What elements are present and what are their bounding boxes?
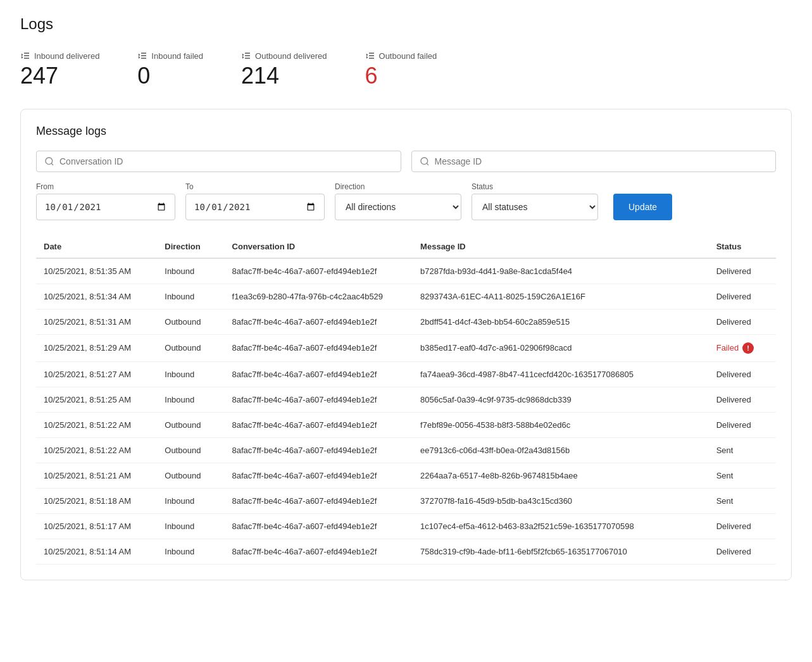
direction-cell: Outbound [157, 309, 224, 334]
to-filter-group: To [185, 182, 325, 220]
date-cell: 10/25/2021, 8:51:34 AM [36, 284, 157, 309]
status-label: Status [472, 182, 598, 191]
table-row[interactable]: 10/25/2021, 8:51:34 AM Inbound f1ea3c69-… [36, 284, 776, 309]
col-header-message: Message ID [413, 235, 709, 258]
stat-value: 247 [20, 63, 99, 89]
search-icon-2 [420, 156, 430, 166]
message-id-input[interactable] [435, 156, 768, 166]
search-row [36, 151, 776, 172]
conversation-id-cell: 8afac7ff-be4c-46a7-a607-efd494eb1e2f [225, 334, 413, 361]
stat-label: Inbound failed [137, 51, 203, 61]
status-cell: Sent [709, 437, 776, 463]
status-select[interactable]: All statusesDeliveredFailedSent [472, 194, 598, 220]
stat-icon [365, 51, 375, 61]
svg-line-3 [427, 163, 428, 165]
status-cell: Delivered [709, 361, 776, 387]
page-title: Logs [20, 15, 792, 33]
date-cell: 10/25/2021, 8:51:35 AM [36, 258, 157, 284]
stat-value: 214 [241, 63, 327, 89]
direction-cell: Inbound [157, 361, 224, 387]
conversation-id-cell: 8afac7ff-be4c-46a7-a607-efd494eb1e2f [225, 309, 413, 334]
table-row[interactable]: 10/25/2021, 8:51:29 AM Outbound 8afac7ff… [36, 334, 776, 361]
from-filter-group: From [36, 182, 175, 220]
stat-icon [137, 51, 147, 61]
date-cell: 10/25/2021, 8:51:25 AM [36, 387, 157, 412]
date-cell: 10/25/2021, 8:51:14 AM [36, 539, 157, 564]
message-id-cell: 758dc319-cf9b-4ade-bf11-6ebf5f2fcb65-163… [413, 539, 709, 564]
to-label: To [185, 182, 325, 191]
date-cell: 10/25/2021, 8:51:31 AM [36, 309, 157, 334]
status-cell: Failed! [709, 334, 776, 361]
table-row[interactable]: 10/25/2021, 8:51:21 AM Outbound 8afac7ff… [36, 463, 776, 488]
conversation-id-cell: 8afac7ff-be4c-46a7-a607-efd494eb1e2f [225, 488, 413, 513]
direction-select[interactable]: All directionsInboundOutbound [335, 194, 461, 220]
date-cell: 10/25/2021, 8:51:22 AM [36, 412, 157, 437]
to-date-input[interactable] [185, 194, 325, 220]
status-filter-group: Status All statusesDeliveredFailedSent [472, 182, 598, 220]
stat-value: 6 [365, 63, 437, 89]
direction-cell: Inbound [157, 387, 224, 412]
status-cell: Sent [709, 463, 776, 488]
message-logs-card: Message logs From To [20, 109, 792, 580]
conversation-id-cell: f1ea3c69-b280-47fa-976b-c4c2aac4b529 [225, 284, 413, 309]
card-title: Message logs [36, 125, 776, 138]
col-header-status: Status [709, 235, 776, 258]
message-id-cell: 8293743A-61EC-4A11-8025-159C26A1E16F [413, 284, 709, 309]
message-id-cell: 2bdff541-d4cf-43eb-bb54-60c2a859e515 [413, 309, 709, 334]
table-row[interactable]: 10/25/2021, 8:51:27 AM Inbound 8afac7ff-… [36, 361, 776, 387]
failed-icon: ! [742, 342, 754, 354]
date-cell: 10/25/2021, 8:51:21 AM [36, 463, 157, 488]
stat-label: Outbound failed [365, 51, 437, 61]
direction-filter-group: Direction All directionsInboundOutbound [335, 182, 461, 220]
update-button[interactable]: Update [613, 194, 672, 220]
direction-cell: Inbound [157, 258, 224, 284]
conversation-id-input[interactable] [59, 156, 393, 166]
stat-inbound-delivered: Inbound delivered 247 [20, 51, 99, 89]
message-id-cell: ee7913c6-c06d-43ff-b0ea-0f2a43d8156b [413, 437, 709, 463]
col-header-date: Date [36, 235, 157, 258]
message-id-cell: 1c107ec4-ef5a-4612-b463-83a2f521c59e-163… [413, 513, 709, 539]
search-icon [44, 156, 54, 166]
status-cell: Delivered [709, 284, 776, 309]
table-row[interactable]: 10/25/2021, 8:51:14 AM Inbound 8afac7ff-… [36, 539, 776, 564]
col-header-conversation: Conversation ID [225, 235, 413, 258]
message-id-cell: f7ebf89e-0056-4538-b8f3-588b4e02ed6c [413, 412, 709, 437]
status-cell: Sent [709, 488, 776, 513]
stat-label: Outbound delivered [241, 51, 327, 61]
conversation-id-cell: 8afac7ff-be4c-46a7-a607-efd494eb1e2f [225, 258, 413, 284]
message-logs-table: Date Direction Conversation ID Message I… [36, 235, 776, 565]
status-failed: Failed! [716, 342, 768, 354]
status-cell: Delivered [709, 258, 776, 284]
table-header: Date Direction Conversation ID Message I… [36, 235, 776, 258]
date-cell: 10/25/2021, 8:51:29 AM [36, 334, 157, 361]
direction-cell: Inbound [157, 513, 224, 539]
table-row[interactable]: 10/25/2021, 8:51:31 AM Outbound 8afac7ff… [36, 309, 776, 334]
date-cell: 10/25/2021, 8:51:18 AM [36, 488, 157, 513]
message-id-cell: 372707f8-fa16-45d9-b5db-ba43c15cd360 [413, 488, 709, 513]
conversation-id-cell: 8afac7ff-be4c-46a7-a607-efd494eb1e2f [225, 513, 413, 539]
table-row[interactable]: 10/25/2021, 8:51:22 AM Outbound 8afac7ff… [36, 437, 776, 463]
conversation-id-search-box [36, 151, 401, 172]
table-row[interactable]: 10/25/2021, 8:51:17 AM Inbound 8afac7ff-… [36, 513, 776, 539]
direction-cell: Outbound [157, 334, 224, 361]
stat-label: Inbound delivered [20, 51, 99, 61]
table-row[interactable]: 10/25/2021, 8:51:25 AM Inbound 8afac7ff-… [36, 387, 776, 412]
stat-icon [20, 51, 30, 61]
message-id-cell: 8056c5af-0a39-4c9f-9735-dc9868dcb339 [413, 387, 709, 412]
table-row[interactable]: 10/25/2021, 8:51:18 AM Inbound 8afac7ff-… [36, 488, 776, 513]
table-row[interactable]: 10/25/2021, 8:51:22 AM Outbound 8afac7ff… [36, 412, 776, 437]
from-label: From [36, 182, 175, 191]
stat-outbound-delivered: Outbound delivered 214 [241, 51, 327, 89]
date-cell: 10/25/2021, 8:51:27 AM [36, 361, 157, 387]
table-body: 10/25/2021, 8:51:35 AM Inbound 8afac7ff-… [36, 258, 776, 565]
direction-label: Direction [335, 182, 461, 191]
table-row[interactable]: 10/25/2021, 8:51:35 AM Inbound 8afac7ff-… [36, 258, 776, 284]
svg-point-0 [46, 158, 53, 165]
message-id-cell: b385ed17-eaf0-4d7c-a961-02906f98cacd [413, 334, 709, 361]
from-date-input[interactable] [36, 194, 175, 220]
conversation-id-cell: 8afac7ff-be4c-46a7-a607-efd494eb1e2f [225, 387, 413, 412]
filter-row: From To Direction All directionsInboundO… [36, 182, 776, 220]
direction-cell: Inbound [157, 539, 224, 564]
stats-row: Inbound delivered 247 Inbound failed 0 O… [20, 51, 792, 89]
stat-value: 0 [137, 63, 203, 89]
